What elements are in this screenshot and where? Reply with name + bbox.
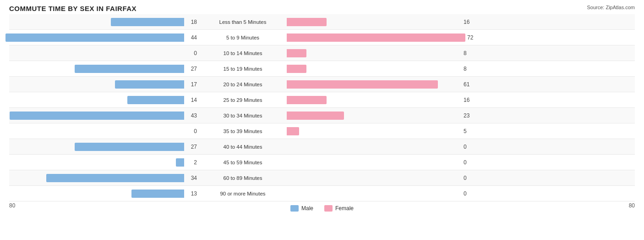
table-row: 27 40 to 44 Minutes 0 [9,139,635,155]
female-value: 72 [467,34,480,41]
left-section: 14 [9,96,202,104]
female-bar-wrap [287,33,465,42]
male-value: 14 [184,97,197,103]
male-value: 43 [184,112,197,119]
row-label: Less than 5 Minutes [202,19,284,25]
chart-title: COMMUTE TIME BY SEX IN FAIRFAX [9,5,635,12]
table-row: 27 15 to 19 Minutes 8 [9,61,635,77]
male-bar-wrap [9,112,184,120]
female-bar-wrap [287,49,462,57]
table-row: 34 60 to 89 Minutes 0 [9,170,635,186]
right-section: 0 [284,174,476,182]
legend-male-box [290,205,299,212]
left-section: 27 [9,65,202,73]
male-value: 2 [184,159,197,166]
female-value: 61 [464,81,476,88]
left-section: 0 [9,49,202,57]
row-label: 45 to 59 Minutes [202,160,284,165]
table-row: 14 25 to 29 Minutes 16 [9,92,635,108]
female-value: 0 [464,190,476,197]
male-bar [131,190,184,198]
male-value: 27 [184,144,197,150]
female-value: 0 [464,175,476,181]
legend-female-label: Female [335,205,354,212]
right-section: 16 [284,96,476,104]
female-bar [287,80,438,89]
male-bar [127,96,184,104]
male-bar [75,65,184,73]
male-value: 27 [184,66,197,72]
right-section: 16 [284,18,476,26]
table-row: 43 30 to 34 Minutes 23 [9,108,635,123]
left-section: 34 [9,174,202,182]
female-bar-wrap [287,143,462,151]
female-bar [287,65,306,73]
right-section: 0 [284,190,476,198]
axis-labels: 80 Male Female 80 [9,201,635,212]
row-label: 25 to 29 Minutes [202,97,284,103]
row-label: 5 to 9 Minutes [202,35,284,40]
male-bar-wrap [9,174,184,182]
male-bar [176,158,184,167]
male-bar-wrap [9,80,184,89]
row-label: 10 to 14 Minutes [202,50,284,56]
row-label: 40 to 44 Minutes [202,144,284,150]
left-section: 2 [9,158,202,167]
row-label: 30 to 34 Minutes [202,113,284,118]
male-bar-wrap [9,190,184,198]
male-bar-wrap [9,127,184,135]
male-value: 0 [184,50,197,56]
male-bar-wrap [9,65,184,73]
male-value: 18 [184,19,197,25]
chart-area: 18 Less than 5 Minutes 16 44 5 to 9 Minu… [9,14,635,201]
right-section: 23 [284,112,476,120]
female-bar-wrap [287,174,462,182]
female-value: 16 [464,19,476,25]
male-bar-wrap [9,18,184,26]
female-bar-wrap [287,158,462,167]
female-value: 16 [464,97,476,103]
male-bar [75,143,184,151]
female-bar [287,112,344,120]
female-bar-wrap [287,18,462,26]
table-row: 17 20 to 24 Minutes 61 [9,77,635,92]
female-bar [287,127,299,135]
male-bar [111,18,184,26]
female-bar-wrap [287,96,462,104]
legend-male-label: Male [301,205,313,212]
legend-male: Male [290,205,313,212]
female-value: 5 [464,128,476,134]
left-section: 43 [9,112,202,120]
source-label: Source: ZipAtlas.com [587,5,635,10]
male-value: 0 [184,128,197,134]
row-label: 90 or more Minutes [202,191,284,196]
table-row: 18 Less than 5 Minutes 16 [9,14,635,30]
female-bar [287,49,306,57]
male-bar [5,33,184,42]
left-section: 18 [9,18,202,26]
right-section: 8 [284,65,476,73]
right-section: 0 [284,143,476,151]
female-value: 0 [464,144,476,150]
male-bar-wrap [9,143,184,151]
female-bar-wrap [287,65,462,73]
female-bar [287,96,327,104]
male-bar-wrap [9,96,184,104]
male-bar [46,174,184,182]
left-section: 0 [9,127,202,135]
left-section: 13 [9,190,202,198]
right-section: 0 [284,158,476,167]
right-section: 61 [284,80,476,89]
female-value: 8 [464,66,476,72]
left-section: 27 [9,143,202,151]
female-value: 23 [464,112,476,119]
table-row: 13 90 or more Minutes 0 [9,186,635,201]
female-value: 8 [464,50,476,56]
table-row: 0 10 to 14 Minutes 8 [9,45,635,61]
male-value: 13 [184,190,197,197]
left-section: 17 [9,80,202,89]
row-label: 20 to 24 Minutes [202,82,284,87]
axis-min-label: 80 [9,202,15,212]
row-label: 60 to 89 Minutes [202,175,284,181]
right-section: 8 [284,49,476,57]
